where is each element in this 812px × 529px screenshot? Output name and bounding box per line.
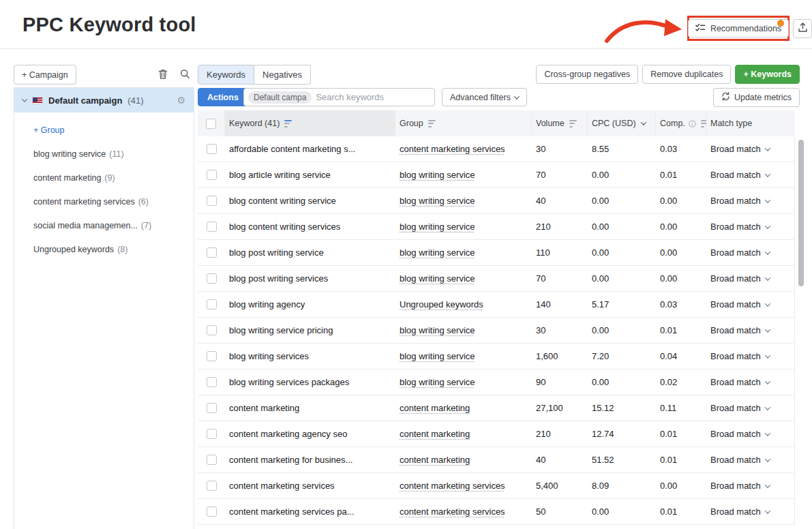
match-type-dropdown[interactable]: Broad match <box>706 499 795 524</box>
group-cell[interactable]: blog writing service <box>400 351 475 361</box>
tab-keywords[interactable]: Keywords <box>198 65 254 85</box>
row-checkbox[interactable] <box>207 481 217 491</box>
row-checkbox[interactable] <box>207 351 217 361</box>
row-checkbox[interactable] <box>207 144 217 154</box>
chevron-down-icon <box>764 145 770 151</box>
row-checkbox[interactable] <box>207 222 217 232</box>
row-checkbox[interactable] <box>207 377 217 387</box>
column-header-group[interactable]: Group <box>395 110 532 136</box>
search-campaigns-button[interactable] <box>177 67 192 82</box>
keyword-cell[interactable]: content marketing services pa... <box>225 499 395 524</box>
recommendations-button[interactable]: Recommendations <box>688 19 789 37</box>
match-type-dropdown[interactable]: Broad match <box>706 447 795 472</box>
update-metrics-button[interactable]: Update metrics <box>713 88 800 107</box>
add-group-link[interactable]: + Group <box>14 118 194 142</box>
trash-icon <box>158 69 168 82</box>
campaign-row-default[interactable]: Default campaign (41) ⚙ <box>14 88 194 112</box>
keyword-cell[interactable]: affordable content marketing s... <box>225 136 395 162</box>
keyword-cell[interactable]: content marketing <box>225 395 395 421</box>
chevron-down-icon <box>764 430 770 436</box>
keyword-cell[interactable]: blog writing agency <box>225 292 395 317</box>
actions-button[interactable]: Actions <box>198 88 248 106</box>
group-cell[interactable]: blog writing service <box>400 170 475 180</box>
match-type-dropdown[interactable]: Broad match <box>706 344 795 369</box>
column-header-comp[interactable]: Comp. <box>656 110 706 136</box>
group-cell[interactable]: Ungrouped keywords <box>400 299 483 309</box>
row-checkbox[interactable] <box>207 429 217 439</box>
row-checkbox[interactable] <box>207 273 217 284</box>
sidebar-group-item[interactable]: content marketing (9) <box>14 166 194 190</box>
match-type-dropdown[interactable]: Broad match <box>706 421 795 447</box>
tab-negatives[interactable]: Negatives <box>254 65 311 85</box>
column-header-match-type[interactable]: Match type <box>706 110 795 136</box>
match-type-dropdown[interactable]: Broad match <box>706 369 795 395</box>
keyword-cell[interactable]: blog article writing service <box>225 162 395 187</box>
chevron-down-icon[interactable] <box>22 96 27 102</box>
keyword-cell[interactable]: blog content writing services <box>225 214 395 239</box>
gear-icon[interactable]: ⚙ <box>177 95 185 105</box>
delete-campaign-button[interactable] <box>155 67 170 82</box>
comp-cell: 0.04 <box>656 344 706 369</box>
remove-duplicates-button[interactable]: Remove duplicates <box>642 65 731 84</box>
table-scrollbar[interactable] <box>798 140 804 286</box>
group-cell[interactable]: content marketing <box>400 429 470 439</box>
row-checkbox[interactable] <box>207 196 217 206</box>
group-cell[interactable]: blog writing service <box>400 377 475 387</box>
sort-icon <box>569 120 577 127</box>
sidebar-group-item[interactable]: content marketing services (6) <box>14 190 194 213</box>
sidebar-group-item[interactable]: Ungrouped keywords (8) <box>14 237 194 261</box>
group-cell[interactable]: blog writing service <box>400 273 475 284</box>
keyword-cell[interactable]: blog writing services <box>225 344 395 369</box>
column-header-volume[interactable]: Volume <box>532 110 588 136</box>
row-checkbox[interactable] <box>207 403 217 413</box>
campaign-filter-chip[interactable]: Default campa <box>248 91 312 104</box>
keyword-cell[interactable]: blog writing service pricing <box>225 318 395 343</box>
sidebar-group-item[interactable]: blog writing service (11) <box>14 142 194 166</box>
row-checkbox[interactable] <box>207 507 217 517</box>
match-type-dropdown[interactable]: Broad match <box>706 318 795 343</box>
match-type-dropdown[interactable]: Broad match <box>706 188 795 213</box>
keyword-search-box[interactable]: Default campa <box>243 88 435 106</box>
chevron-down-icon <box>764 378 770 384</box>
cross-group-negatives-button[interactable]: Cross-group negatives <box>536 65 638 84</box>
group-cell[interactable]: content marketing services <box>400 507 505 517</box>
keyword-cell[interactable]: content marketing services <box>225 473 395 498</box>
match-type-dropdown[interactable]: Broad match <box>706 136 795 162</box>
keyword-cell[interactable]: blog writing services packages <box>225 369 395 395</box>
keyword-cell[interactable]: content marketing agency seo <box>225 421 395 447</box>
keyword-cell[interactable]: content marketing for busines... <box>225 447 395 472</box>
keyword-cell[interactable]: blog content writing service <box>225 188 395 213</box>
row-checkbox[interactable] <box>207 299 217 309</box>
group-cell[interactable]: blog writing service <box>400 196 475 206</box>
keyword-cell[interactable]: blog post writing service <box>225 240 395 265</box>
row-checkbox[interactable] <box>207 325 217 335</box>
group-cell[interactable]: blog writing service <box>400 222 475 232</box>
sidebar-group-item[interactable]: social media managemen... (7) <box>14 213 194 237</box>
group-cell[interactable]: blog writing service <box>400 247 475 258</box>
add-campaign-button[interactable]: + Campaign <box>14 65 76 85</box>
column-header-cpc[interactable]: CPC (USD) <box>588 110 656 136</box>
match-type-dropdown[interactable]: Broad match <box>706 162 795 187</box>
keyword-cell[interactable]: blog post writing services <box>225 266 395 291</box>
group-cell[interactable]: blog writing service <box>400 325 475 335</box>
match-type-dropdown[interactable]: Broad match <box>706 240 795 265</box>
row-checkbox[interactable] <box>207 170 217 180</box>
column-header-keyword[interactable]: Keyword (41) <box>225 110 395 136</box>
row-checkbox[interactable] <box>207 455 217 465</box>
export-button[interactable] <box>793 19 812 38</box>
match-type-dropdown[interactable]: Broad match <box>706 266 795 291</box>
group-cell[interactable]: content marketing services <box>400 481 505 491</box>
match-type-dropdown[interactable]: Broad match <box>706 473 795 498</box>
select-all-checkbox[interactable] <box>206 119 216 129</box>
group-cell[interactable]: content marketing <box>400 455 470 465</box>
match-type-dropdown[interactable]: Broad match <box>706 292 795 317</box>
advanced-filters-button[interactable]: Advanced filters <box>442 88 527 106</box>
row-checkbox[interactable] <box>207 247 217 258</box>
search-input[interactable] <box>316 92 430 102</box>
table-row: affordable content marketing s... conten… <box>198 136 794 162</box>
group-cell[interactable]: content marketing services <box>400 144 505 154</box>
match-type-dropdown[interactable]: Broad match <box>706 214 795 239</box>
group-cell[interactable]: content marketing <box>400 403 470 413</box>
add-keywords-button[interactable]: + Keywords <box>735 65 800 84</box>
match-type-dropdown[interactable]: Broad match <box>706 395 795 421</box>
